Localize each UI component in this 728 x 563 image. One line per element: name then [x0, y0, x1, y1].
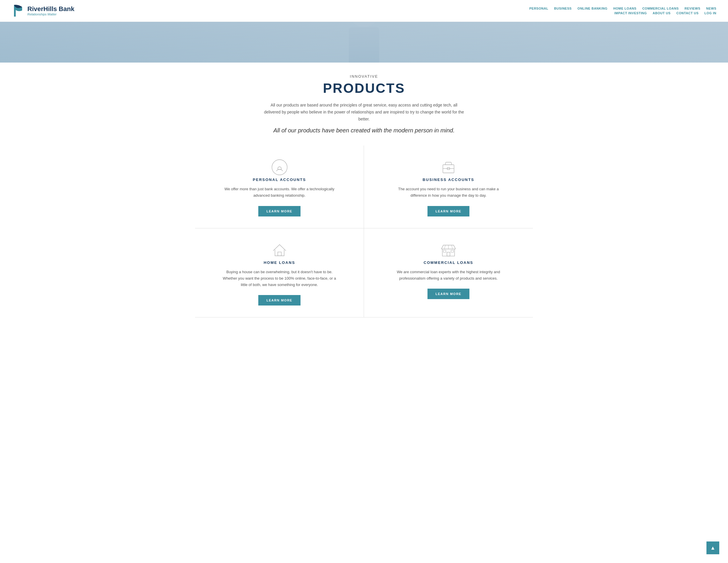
svg-line-10: [444, 245, 446, 249]
nav-about-us[interactable]: ABOUT US: [653, 11, 670, 15]
home-loans-title: HOME LOANS: [264, 261, 295, 265]
nav-news[interactable]: NEWS: [706, 7, 716, 10]
business-accounts-learn-more[interactable]: LEARN MORE: [427, 206, 470, 217]
nav-personal[interactable]: PERSONAL: [529, 7, 548, 10]
nav-impact-investing[interactable]: IMPACT INVESTING: [614, 11, 647, 15]
svg-point-3: [272, 160, 287, 175]
svg-rect-7: [278, 252, 281, 256]
section-title: PRODUCTS: [195, 80, 533, 96]
nav-commercial-loans[interactable]: COMMERCIAL LOANS: [642, 7, 679, 10]
commercial-loans-title: COMMERCIAL LOANS: [424, 261, 473, 265]
business-accounts-desc: The account you need to run your busines…: [390, 186, 507, 199]
commercial-loans-learn-more[interactable]: LEARN MORE: [427, 288, 470, 299]
svg-rect-13: [447, 252, 450, 256]
logo-area: RiverHills Bank Relationships Matter: [12, 3, 74, 18]
home-loans-desc: Buying a house can be overwhelming, but …: [221, 269, 338, 288]
svg-rect-0: [0, 22, 728, 63]
nav-home-loans[interactable]: HOME LOANS: [613, 7, 637, 10]
product-business-accounts: BUSINESS ACCOUNTS The account you need t…: [364, 146, 533, 228]
nav-row-2: IMPACT INVESTING ABOUT US CONTACT US LOG…: [614, 11, 716, 15]
commercial-loans-desc: We are commercial loan experts with the …: [390, 269, 507, 282]
svg-line-12: [452, 245, 453, 249]
nav-business[interactable]: BUSINESS: [554, 7, 572, 10]
logo-bank-name: RiverHills Bank: [27, 6, 74, 13]
section-desc: All our products are based around the pr…: [262, 102, 466, 123]
section-tagline: All of our products have been created wi…: [195, 127, 533, 134]
section-header: INNOVATIVE PRODUCTS All our products are…: [195, 74, 533, 134]
hero-banner: [0, 22, 728, 63]
home-loans-learn-more[interactable]: LEARN MORE: [258, 295, 301, 305]
store-icon: [438, 240, 459, 261]
products-grid: PERSONAL ACCOUNTS We offer more than jus…: [195, 146, 533, 317]
briefcase-icon: [438, 157, 459, 178]
product-personal-accounts: PERSONAL ACCOUNTS We offer more than jus…: [195, 146, 364, 228]
svg-rect-4: [443, 165, 454, 173]
svg-rect-14: [443, 250, 446, 252]
logo-tagline: Relationships Matter: [27, 13, 74, 16]
section-label: INNOVATIVE: [195, 74, 533, 79]
nav-log-in[interactable]: LOG IN: [704, 11, 716, 15]
product-home-loans: HOME LOANS Buying a house can be overwhe…: [195, 229, 364, 317]
personal-accounts-title: PERSONAL ACCOUNTS: [253, 178, 306, 182]
product-commercial-loans: COMMERCIAL LOANS We are commercial loan …: [364, 229, 533, 317]
personal-accounts-learn-more[interactable]: LEARN MORE: [258, 206, 301, 217]
logo-text: RiverHills Bank Relationships Matter: [27, 6, 74, 16]
nav-reviews[interactable]: REVIEWS: [685, 7, 700, 10]
person-icon: [269, 157, 290, 178]
business-accounts-title: BUSINESS ACCOUNTS: [423, 178, 474, 182]
nav-contact-us[interactable]: CONTACT US: [676, 11, 699, 15]
svg-point-1: [349, 22, 379, 27]
svg-rect-2: [349, 27, 379, 63]
site-header: RiverHills Bank Relationships Matter PER…: [0, 0, 728, 22]
nav-row-1: PERSONAL BUSINESS ONLINE BANKING HOME LO…: [529, 7, 716, 10]
logo-icon: [12, 3, 24, 18]
house-icon: [269, 240, 290, 261]
svg-rect-8: [442, 249, 455, 256]
personal-accounts-desc: We offer more than just bank accounts. W…: [221, 186, 338, 199]
svg-rect-15: [451, 250, 454, 252]
nav-online-banking[interactable]: ONLINE BANKING: [577, 7, 607, 10]
main-nav: PERSONAL BUSINESS ONLINE BANKING HOME LO…: [529, 7, 716, 15]
main-content: INNOVATIVE PRODUCTS All our products are…: [189, 63, 539, 329]
